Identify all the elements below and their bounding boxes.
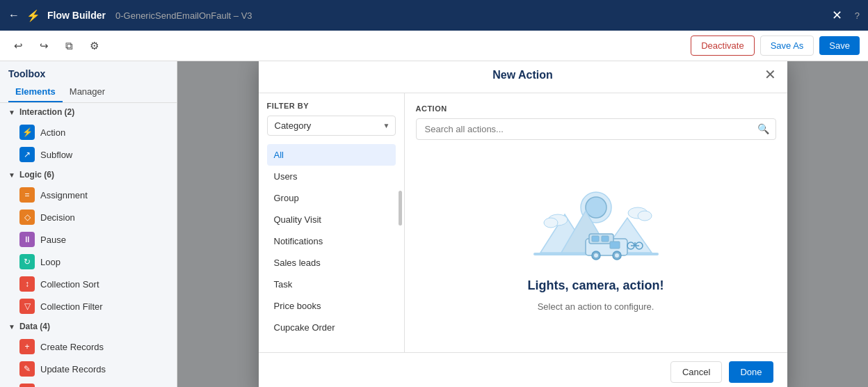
top-bar: ← ⚡ Flow Builder 0-GenericSendEmailOnFau… (0, 0, 868, 31)
sidebar-item-subflow-label: Subflow (40, 150, 72, 160)
sidebar-item-action[interactable]: ⚡ Action (0, 121, 177, 143)
section-logic-label: Logic (6) (19, 170, 54, 180)
category-notifications[interactable]: Notifications (267, 230, 396, 252)
svg-rect-13 (602, 236, 609, 242)
copy-button[interactable]: ⧉ (60, 37, 79, 55)
search-icon: 🔍 (757, 123, 769, 134)
toolbox-title: Toolbox (0, 61, 177, 82)
svg-point-18 (615, 253, 619, 258)
sidebar-item-assignment-label: Assignment (40, 190, 88, 200)
settings-button[interactable]: ⚙ (84, 37, 104, 55)
back-icon[interactable]: ← (8, 9, 19, 22)
empty-state-illustration (520, 180, 673, 270)
section-logic[interactable]: ▼ Logic (6) (0, 166, 177, 184)
subflow-icon: ↗ (19, 147, 35, 162)
category-sales-leads[interactable]: Sales leads (267, 252, 396, 274)
category-quality-visit[interactable]: Quality Visit (267, 209, 396, 230)
redo-button[interactable]: ↪ (34, 37, 54, 55)
tab-elements[interactable]: Elements (8, 82, 63, 102)
sidebar-item-decision-label: Decision (40, 212, 75, 223)
sidebar-item-collection-filter-label: Collection Filter (40, 301, 103, 312)
category-all[interactable]: All (267, 144, 396, 166)
collection-sort-icon: ↕ (19, 276, 35, 292)
update-records-icon: ✎ (19, 361, 35, 377)
close-icon[interactable]: ✕ (832, 8, 842, 23)
flow-name: 0-GenericSendEmailOnFault – V3 (115, 10, 252, 21)
create-records-icon: + (19, 339, 35, 354)
sidebar-item-loop-label: Loop (40, 257, 61, 267)
scrollbar-indicator (399, 191, 402, 226)
sidebar-item-collection-filter[interactable]: ▽ Collection Filter (0, 295, 177, 317)
svg-point-1 (586, 197, 606, 218)
action-icon: ⚡ (19, 125, 35, 140)
main-layout: Toolbox Elements Manager ▼ Interaction (… (0, 61, 868, 387)
modal-close-button[interactable]: ✕ (764, 66, 776, 83)
category-price-books[interactable]: Price books (267, 295, 396, 317)
empty-state-title: Lights, camera, action! (527, 278, 664, 293)
undo-button[interactable]: ↩ (8, 37, 29, 55)
filter-select[interactable]: Category Type Object (267, 116, 396, 136)
chevron-icon: ▼ (8, 323, 15, 331)
action-panel: Action 🔍 (405, 93, 787, 352)
filter-by-label: Filter By (267, 102, 396, 110)
category-cupcake-order[interactable]: Cupcake Order (267, 317, 396, 338)
decision-icon: ◇ (19, 210, 35, 225)
filter-select-wrap: Category Type Object ▼ (267, 116, 396, 136)
tab-manager[interactable]: Manager (63, 82, 112, 102)
modal-title: New Action (259, 61, 787, 93)
category-group[interactable]: Group (267, 187, 396, 209)
svg-point-8 (638, 211, 652, 221)
toolbar: ↩ ↪ ⧉ ⚙ Deactivate Save As Save (0, 31, 868, 61)
filter-panel: Filter By Category Type Object ▼ All Use (259, 93, 405, 352)
sidebar-item-pause[interactable]: ⏸ Pause (0, 228, 177, 251)
toolbox-tabs: Elements Manager (0, 82, 177, 103)
canvas-area: ⊞ − ⤢ + New Action ✕ Filter By Category (177, 61, 868, 387)
sidebar-item-create-records[interactable]: + Create Records (0, 335, 177, 358)
sidebar-item-decision[interactable]: ◇ Decision (0, 206, 177, 228)
modal-body: Filter By Category Type Object ▼ All Use (259, 93, 787, 352)
deactivate-button[interactable]: Deactivate (691, 35, 754, 56)
empty-state: Lights, camera, action! Select an action… (416, 151, 776, 341)
sidebar-item-collection-sort[interactable]: ↕ Collection Sort (0, 273, 177, 295)
section-data[interactable]: ▼ Data (4) (0, 317, 177, 335)
sidebar-item-loop[interactable]: ↻ Loop (0, 251, 177, 273)
sidebar-item-assignment[interactable]: = Assignment (0, 184, 177, 206)
chevron-icon: ▼ (8, 171, 15, 179)
sidebar: Toolbox Elements Manager ▼ Interaction (… (0, 61, 177, 387)
modal-footer: Cancel Done (259, 352, 787, 388)
sidebar-item-get-records[interactable]: ↓ Get Records (0, 380, 177, 387)
svg-point-16 (594, 253, 598, 258)
done-button[interactable]: Done (729, 361, 773, 383)
search-wrap: 🔍 (416, 118, 776, 140)
sidebar-item-action-label: Action (40, 127, 65, 138)
chevron-icon: ▼ (8, 109, 15, 116)
empty-state-subtitle: Select an action to configure. (538, 301, 654, 312)
save-as-button[interactable]: Save As (760, 35, 814, 56)
section-data-label: Data (4) (19, 322, 50, 331)
pause-icon: ⏸ (19, 232, 35, 247)
modal-overlay: New Action ✕ Filter By Category Type Obj… (177, 61, 868, 387)
new-action-modal: New Action ✕ Filter By Category Type Obj… (259, 61, 787, 387)
sidebar-item-create-records-label: Create Records (40, 342, 104, 352)
category-users[interactable]: Users (267, 166, 396, 187)
sidebar-item-pause-label: Pause (40, 235, 66, 245)
assignment-icon: = (19, 187, 35, 203)
sidebar-item-update-records[interactable]: ✎ Update Records (0, 358, 177, 380)
svg-rect-14 (610, 242, 620, 248)
svg-rect-12 (592, 236, 599, 242)
section-interaction-label: Interaction (2) (19, 107, 74, 117)
action-label: Action (416, 104, 776, 113)
sidebar-item-collection-sort-label: Collection Sort (40, 279, 99, 290)
section-interaction[interactable]: ▼ Interaction (2) (0, 103, 177, 121)
help-icon[interactable]: ? (855, 10, 860, 21)
category-task[interactable]: Task (267, 274, 396, 295)
get-records-icon: ↓ (19, 384, 35, 387)
sidebar-item-subflow[interactable]: ↗ Subflow (0, 143, 177, 166)
loop-icon: ↻ (19, 254, 35, 269)
collection-filter-icon: ▽ (19, 299, 35, 314)
sidebar-item-update-records-label: Update Records (40, 364, 106, 374)
cancel-button[interactable]: Cancel (670, 361, 722, 383)
search-input[interactable] (416, 118, 776, 140)
save-button[interactable]: Save (819, 36, 860, 55)
app-icon: ⚡ (26, 9, 40, 22)
